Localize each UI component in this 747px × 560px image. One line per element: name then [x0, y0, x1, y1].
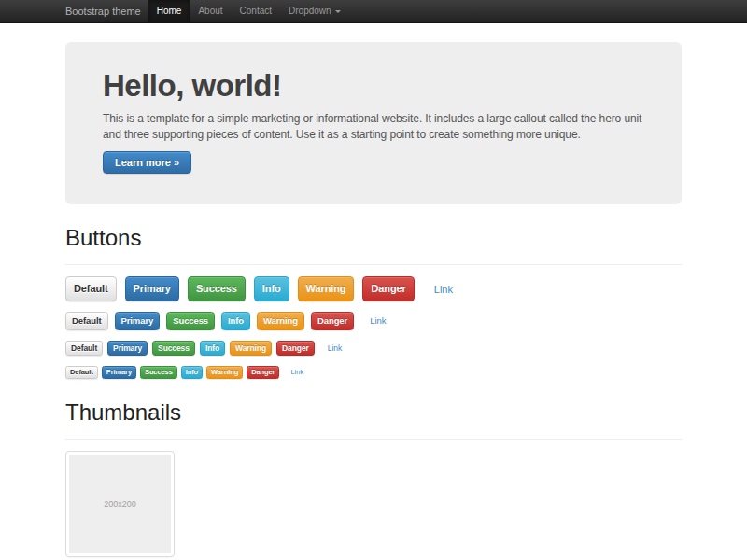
- nav-item-contact[interactable]: Contact: [232, 0, 280, 22]
- section-divider: [65, 264, 682, 265]
- navbar-brand[interactable]: Bootstrap theme: [65, 0, 141, 22]
- thumbnails-section-title: Thumbnails: [65, 400, 682, 425]
- default-button-sm[interactable]: Default: [65, 341, 103, 357]
- info-button-xs[interactable]: Info: [181, 366, 203, 379]
- link-button-xs[interactable]: Link: [287, 366, 307, 378]
- content-container: Hello, world! This is a template for a s…: [65, 42, 682, 557]
- info-button-md[interactable]: Info: [221, 312, 250, 330]
- button-row-small: Default Primary Success Info Warning Dan…: [65, 341, 682, 357]
- primary-button-sm[interactable]: Primary: [107, 341, 148, 357]
- nav-item-dropdown[interactable]: Dropdown: [280, 0, 349, 22]
- nav-item-label: Dropdown: [289, 0, 331, 22]
- thumbnail-placeholder-image: 200x200: [69, 455, 171, 553]
- default-button-xs[interactable]: Default: [65, 366, 98, 379]
- nav-item-about[interactable]: About: [190, 0, 231, 22]
- success-button-md[interactable]: Success: [166, 312, 215, 330]
- danger-button-md[interactable]: Danger: [311, 312, 354, 330]
- hero-title: Hello, world!: [103, 68, 658, 104]
- primary-button-md[interactable]: Primary: [115, 312, 161, 330]
- nav-item-label: Contact: [240, 0, 272, 22]
- info-button-lg[interactable]: Info: [254, 276, 289, 301]
- caret-down-icon: [335, 10, 341, 13]
- success-button-sm[interactable]: Success: [152, 341, 195, 357]
- navbar: Bootstrap theme Home About Contact Dropd…: [0, 0, 747, 23]
- warning-button-md[interactable]: Warning: [257, 312, 304, 330]
- link-button-sm[interactable]: Link: [323, 341, 347, 356]
- learn-more-button[interactable]: Learn more »: [103, 151, 191, 174]
- default-button-lg[interactable]: Default: [65, 276, 117, 301]
- button-row-medium: Default Primary Success Info Warning Dan…: [65, 312, 682, 330]
- hero-description: This is a template for a simple marketin…: [103, 111, 658, 144]
- primary-button-lg[interactable]: Primary: [125, 276, 179, 301]
- warning-button-lg[interactable]: Warning: [298, 276, 355, 301]
- warning-button-xs[interactable]: Warning: [206, 366, 243, 379]
- default-button-md[interactable]: Default: [65, 312, 108, 330]
- nav-item-label: Home: [157, 0, 182, 22]
- link-button-md[interactable]: Link: [364, 312, 391, 329]
- hero-unit: Hello, world! This is a template for a s…: [65, 42, 682, 204]
- section-divider: [65, 439, 682, 440]
- info-button-sm[interactable]: Info: [200, 341, 225, 357]
- buttons-section-title: Buttons: [65, 226, 682, 250]
- danger-button-xs[interactable]: Danger: [247, 366, 279, 379]
- success-button-lg[interactable]: Success: [188, 276, 246, 301]
- button-row-large: Default Primary Success Info Warning Dan…: [65, 276, 682, 301]
- success-button-xs[interactable]: Success: [140, 366, 177, 379]
- danger-button-lg[interactable]: Danger: [362, 276, 414, 301]
- button-row-xsmall: Default Primary Success Info Warning Dan…: [65, 366, 682, 379]
- thumbnail[interactable]: 200x200: [65, 451, 175, 557]
- primary-button-xs[interactable]: Primary: [102, 366, 136, 379]
- nav-item-home[interactable]: Home: [148, 0, 190, 22]
- link-button-lg[interactable]: Link: [427, 277, 460, 301]
- warning-button-sm[interactable]: Warning: [230, 341, 272, 357]
- nav-item-label: About: [198, 0, 222, 22]
- danger-button-sm[interactable]: Danger: [276, 341, 315, 357]
